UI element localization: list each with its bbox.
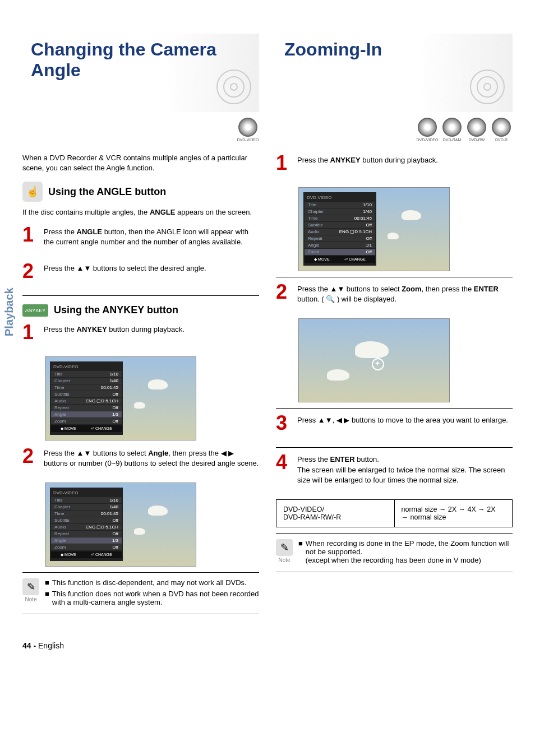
t: appears on the screen. (175, 208, 252, 216)
t: button. (355, 455, 379, 463)
step-text: Press the ▲▼ buttons to select the desir… (44, 261, 206, 281)
osd-row: AudioENG ▢D 5.1CH (51, 524, 122, 530)
step-num: 1 (22, 225, 38, 247)
note-icon-col: ✎ Note (22, 578, 39, 609)
disc-circle-icon (418, 118, 437, 137)
osd-panel: DVD-VIDEO Title1/10Chapter1/40Time00:01:… (50, 361, 123, 435)
osd-move: ◆ MOVE (61, 426, 76, 431)
title-box-right: Zooming-In (276, 34, 513, 112)
disc-icons-left: DVD-VIDEO (22, 118, 259, 145)
osd-header: DVD-VIDEO (303, 194, 376, 201)
svg-point-3 (471, 70, 504, 104)
right-column: Zooming-In DVD-VIDEODVD-RAMDVD-RWDVD-R 1… (276, 34, 513, 619)
note-label: Note (276, 557, 293, 563)
step-num: 4 (276, 452, 292, 485)
disc-label: DVD-R (495, 138, 508, 142)
t: button during playback. (361, 156, 438, 164)
disc-circle-icon (238, 118, 257, 137)
note-icon: ✎ (22, 578, 39, 595)
bird-graphic (134, 402, 145, 409)
separator (22, 295, 259, 296)
disc-icon: DVD-R (490, 118, 513, 145)
step-num: 1 (276, 153, 292, 173)
svg-point-0 (217, 70, 251, 104)
osd-row: Title1/10 (305, 202, 375, 208)
step-r2: 2 Press the ▲▼ buttons to select Zoom, t… (276, 282, 513, 310)
svg-point-2 (230, 84, 237, 90)
osd-row: Chapter1/40 (305, 208, 375, 215)
disc-label: DVD-RAM (443, 138, 462, 142)
osd-row: ZoomOff (305, 249, 375, 255)
osd-row: Time00:01:45 (51, 384, 122, 391)
screenshot-b1: DVD-VIDEO Title1/10Chapter1/40Time00:01:… (45, 356, 196, 440)
step-b1: 1 Press the ANYKEY button during playbac… (22, 322, 259, 348)
disc-graphic-icon (468, 67, 507, 106)
step-num: 3 (276, 413, 292, 433)
bird-graphic (148, 505, 168, 516)
osd-row: Angle1/3 (51, 537, 122, 544)
step-num: 2 (22, 446, 38, 469)
osd-change: ⏎ CHANGE (91, 426, 112, 431)
osd-row: SubtitleOff (51, 517, 122, 523)
svg-point-4 (477, 77, 497, 97)
osd-row: RepeatOff (305, 235, 375, 242)
osd-rows: Title1/10Chapter1/40Time00:01:45Subtitle… (50, 497, 123, 550)
osd-footer: ◆ MOVE ⏎ CHANGE (305, 256, 375, 263)
left-column: Changing the Camera Angle DVD-VIDEO When… (22, 34, 259, 619)
t: button. ( 🔍 ) will be displayed. (297, 295, 396, 303)
step-num: 2 (22, 261, 38, 281)
step-text: Press the ▲▼ buttons to select Zoom, the… (297, 282, 513, 304)
b: ANYKEY (330, 156, 361, 164)
t: If the disc contains multiple angles, th… (22, 208, 150, 216)
separator (276, 277, 513, 277)
step-text: Press the ANGLE button, then the ANGLE i… (44, 225, 259, 247)
disc-circle-icon (492, 118, 511, 137)
note-icon-col: ✎ Note (276, 539, 293, 567)
disc-icon: DVD-RW (465, 118, 488, 145)
disc-circle-icon (442, 118, 462, 137)
disc-icon: DVD-VIDEO (416, 118, 439, 145)
page-content: Changing the Camera Angle DVD-VIDEO When… (22, 34, 513, 619)
osd-row: RepeatOff (51, 531, 122, 537)
step-a2: 2 Press the ▲▼ buttons to select the des… (22, 261, 259, 287)
note-left: ✎ Note ■This function is disc-dependent,… (22, 578, 259, 609)
t: The screen will be enlarged to twice the… (297, 466, 505, 484)
zoom-cursor-icon (372, 358, 384, 370)
title-box-left: Changing the Camera Angle (22, 34, 259, 112)
step-text: Press the ANYKEY button during playback. (44, 322, 185, 342)
osd-row: SubtitleOff (305, 222, 375, 228)
svg-point-1 (224, 77, 244, 97)
step-text: Press ▲▼, ◀ ▶ buttons to move to the are… (297, 413, 508, 433)
hand-icon: ☝ (22, 182, 43, 202)
section-a-title: Using the ANGLE button (48, 186, 166, 198)
screenshot-b2: DVD-VIDEO Title1/10Chapter1/40Time00:01:… (45, 483, 196, 567)
section-b-head: ANYKEY Using the ANYKEY button (22, 304, 259, 317)
bird-graphic (355, 341, 389, 358)
note-content: ■This function is disc-dependent, and ma… (45, 578, 259, 609)
osd-panel: DVD-VIDEO Title1/10Chapter1/40Time00:01:… (50, 488, 123, 561)
side-tab: Playback (3, 287, 16, 336)
section-a-desc: If the disc contains multiple angles, th… (22, 207, 259, 217)
table-cell-left: DVD-VIDEO/ DVD-RAM/-RW/-R (276, 500, 395, 527)
note-label: Note (22, 596, 39, 602)
bird-graphic (148, 379, 168, 389)
b: ANYKEY (77, 325, 107, 333)
disc-label: DVD-RW (469, 138, 485, 142)
osd-row: SubtitleOff (51, 391, 122, 397)
osd-row: Title1/10 (51, 371, 122, 377)
right-title: Zooming-In (284, 39, 504, 60)
osd-move: ◆ MOVE (61, 553, 76, 557)
b: ANGLE (150, 208, 176, 216)
bird-graphic (388, 233, 399, 239)
disc-circle-icon (467, 118, 486, 137)
disc-graphic-icon (214, 67, 253, 106)
t: Press the (297, 455, 330, 463)
table-cell-right: normal size → 2X → 4X → 2X → normal size (395, 500, 513, 527)
step-a1: 1 Press the ANGLE button, then the ANGLE… (22, 225, 259, 253)
step-r4: 4 Press the ENTER button. The screen wil… (276, 452, 513, 491)
osd-header: DVD-VIDEO (50, 363, 123, 370)
page-number: 44 - (22, 641, 36, 650)
note-content: ■ When recording is done in the EP mode,… (298, 539, 513, 567)
osd-row: RepeatOff (51, 405, 122, 411)
bullet: ■This function does not work when a DVD … (45, 590, 259, 606)
